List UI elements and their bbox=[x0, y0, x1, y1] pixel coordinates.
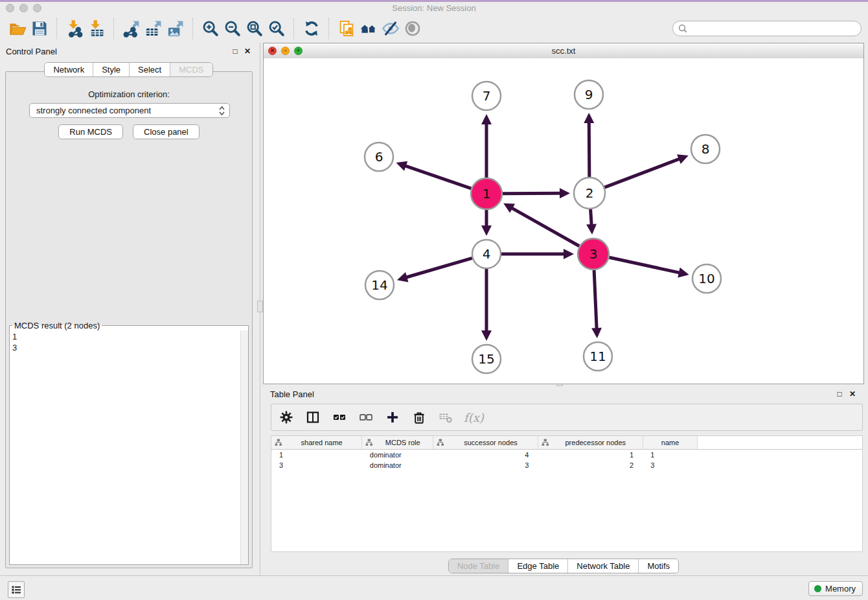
node-1[interactable]: 1 bbox=[471, 178, 502, 209]
node-8[interactable]: 8 bbox=[691, 135, 720, 163]
show-columns-icon[interactable] bbox=[304, 409, 321, 426]
table-tab-group: Node TableEdge TableNetwork TableMotifs bbox=[448, 559, 679, 573]
edge-1-6[interactable] bbox=[396, 161, 471, 189]
tab-network-table[interactable]: Network Table bbox=[568, 559, 639, 573]
column-header-name[interactable]: name bbox=[643, 436, 698, 450]
edge-3-10[interactable] bbox=[609, 257, 689, 277]
table-settings-icon[interactable] bbox=[278, 409, 295, 426]
tab-network[interactable]: Network bbox=[45, 63, 93, 76]
memory-button[interactable]: Memory bbox=[808, 581, 863, 596]
select-stepper-icon bbox=[218, 106, 225, 116]
zoom-in-icon[interactable] bbox=[200, 17, 222, 40]
table-cell[interactable]: 2 bbox=[538, 460, 643, 470]
zoom-out-icon[interactable] bbox=[222, 17, 244, 40]
search-input[interactable] bbox=[691, 23, 856, 34]
network-canvas[interactable]: 7968124314101511 bbox=[264, 58, 863, 384]
export-image-icon[interactable] bbox=[165, 17, 187, 40]
delete-table-icon[interactable] bbox=[437, 409, 454, 426]
node-10[interactable]: 10 bbox=[692, 264, 721, 293]
edge-3-1[interactable] bbox=[503, 203, 579, 246]
add-row-icon[interactable] bbox=[384, 409, 401, 426]
run-mcds-button[interactable]: Run MCDS bbox=[58, 124, 123, 139]
table-cell[interactable]: dominator bbox=[362, 460, 433, 470]
edge-1-2[interactable] bbox=[503, 188, 570, 198]
edge-1-7[interactable] bbox=[481, 114, 492, 178]
new-network-from-selection-icon[interactable] bbox=[336, 17, 358, 40]
edge-2-9[interactable] bbox=[584, 113, 594, 177]
edge-arrowhead bbox=[591, 328, 602, 338]
node-14[interactable]: 14 bbox=[365, 271, 394, 299]
edge-arrowhead bbox=[481, 114, 492, 124]
export-network-icon[interactable] bbox=[120, 17, 143, 40]
save-session-icon[interactable] bbox=[29, 17, 51, 40]
table-cell[interactable]: 1 bbox=[271, 450, 362, 461]
node-9[interactable]: 9 bbox=[575, 80, 603, 109]
close-panel-icon[interactable] bbox=[242, 46, 253, 56]
open-session-icon[interactable] bbox=[6, 17, 29, 40]
float-panel-icon[interactable] bbox=[230, 46, 240, 56]
search-box[interactable] bbox=[672, 21, 862, 36]
tab-mcds[interactable]: MCDS bbox=[170, 63, 212, 76]
toolbar-separator bbox=[192, 18, 194, 39]
task-history-button[interactable] bbox=[8, 581, 25, 598]
table-cell[interactable]: 3 bbox=[433, 460, 538, 470]
table-cell[interactable]: 3 bbox=[643, 460, 698, 470]
result-scrollbar[interactable] bbox=[240, 330, 248, 564]
node-2[interactable]: 2 bbox=[574, 178, 605, 209]
column-header-successor-nodes[interactable]: successor nodes bbox=[433, 436, 538, 450]
close-panel-button[interactable]: Close panel bbox=[133, 124, 200, 139]
node-3[interactable]: 3 bbox=[578, 238, 609, 270]
apply-layout-icon[interactable] bbox=[301, 17, 323, 40]
node-4[interactable]: 4 bbox=[472, 240, 501, 268]
column-header-mcds-role[interactable]: MCDS role bbox=[362, 436, 433, 450]
optimization-criterion-label: Optimization criterion: bbox=[6, 89, 252, 99]
tab-edge-table[interactable]: Edge Table bbox=[508, 559, 568, 573]
first-neighbors-icon[interactable] bbox=[358, 17, 380, 40]
optimization-criterion-select[interactable]: strongly connected component bbox=[29, 103, 230, 118]
toolbar-separator bbox=[113, 18, 115, 39]
show-all-icon[interactable] bbox=[402, 17, 424, 40]
edge-1-4[interactable] bbox=[481, 210, 492, 236]
edge-4-3[interactable] bbox=[501, 249, 574, 259]
import-table-icon[interactable] bbox=[86, 17, 108, 40]
table-cell[interactable]: dominator bbox=[362, 450, 433, 461]
float-table-panel-icon[interactable] bbox=[834, 389, 845, 399]
mcds-result-text[interactable]: 1 3 bbox=[10, 330, 241, 564]
mcds-result-title: MCDS result (2 nodes) bbox=[12, 321, 102, 330]
node-11[interactable]: 11 bbox=[584, 342, 612, 371]
deselect-all-checkboxes-icon[interactable] bbox=[358, 409, 374, 426]
zoom-selected-icon[interactable] bbox=[266, 17, 288, 40]
tab-motifs[interactable]: Motifs bbox=[639, 559, 678, 573]
edge-4-15[interactable] bbox=[481, 269, 492, 341]
network-view-title: scc.txt bbox=[264, 46, 863, 56]
edge-2-8[interactable] bbox=[604, 154, 688, 187]
select-all-checkboxes-icon[interactable] bbox=[331, 409, 348, 426]
column-label: MCDS role bbox=[385, 439, 420, 446]
import-network-icon[interactable] bbox=[63, 17, 86, 40]
node-label: 6 bbox=[375, 149, 383, 165]
hide-selected-icon[interactable] bbox=[380, 17, 402, 40]
panel-splitter-grip[interactable] bbox=[257, 301, 263, 312]
node-6[interactable]: 6 bbox=[365, 143, 393, 171]
network-view-titlebar[interactable]: scc.txt bbox=[264, 43, 863, 59]
export-table-icon[interactable] bbox=[143, 17, 165, 40]
node-15[interactable]: 15 bbox=[472, 345, 501, 373]
edge-2-3[interactable] bbox=[586, 209, 597, 235]
edge-4-14[interactable] bbox=[397, 258, 472, 282]
function-builder-icon[interactable]: f(x) bbox=[464, 409, 484, 426]
table-cell[interactable]: 1 bbox=[643, 450, 698, 461]
tab-style[interactable]: Style bbox=[93, 63, 130, 76]
edge-3-11[interactable] bbox=[591, 270, 602, 338]
delete-row-icon[interactable] bbox=[411, 409, 428, 426]
close-table-panel-icon[interactable] bbox=[847, 389, 858, 399]
table-cell-filler bbox=[698, 450, 862, 461]
column-header-shared-name[interactable]: shared name bbox=[271, 436, 362, 450]
tab-select[interactable]: Select bbox=[130, 63, 170, 76]
column-header-predecessor-nodes[interactable]: predecessor nodes bbox=[538, 436, 643, 450]
table-cell[interactable]: 1 bbox=[538, 450, 643, 461]
zoom-fit-icon[interactable] bbox=[244, 17, 266, 40]
table-cell[interactable]: 4 bbox=[433, 450, 538, 461]
tab-node-table[interactable]: Node Table bbox=[449, 559, 509, 573]
node-7[interactable]: 7 bbox=[472, 82, 501, 110]
table-cell[interactable]: 3 bbox=[271, 460, 362, 470]
